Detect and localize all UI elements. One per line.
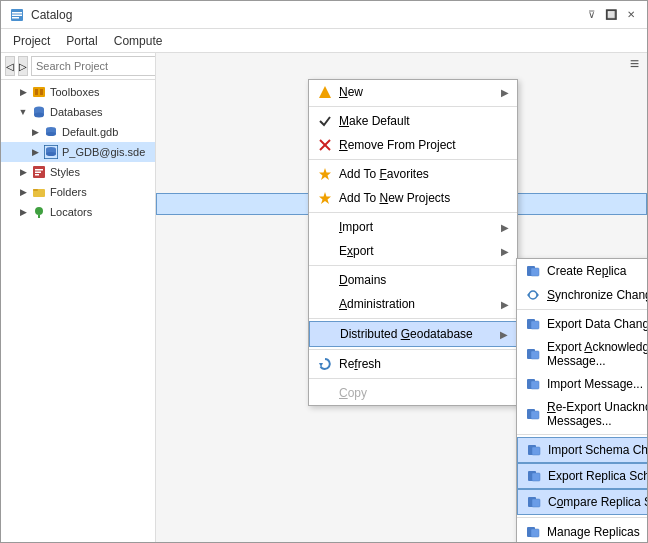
remove-icon	[317, 137, 333, 153]
ctx-add-new-projects-label: Add To New Projects	[339, 191, 509, 205]
menu-project[interactable]: Project	[5, 32, 58, 50]
expand-styles[interactable]: ▶	[17, 166, 29, 178]
pin-button[interactable]: ⊽	[583, 7, 599, 23]
ctx-refresh-label: Refresh	[339, 357, 509, 371]
back-button[interactable]: ◁	[5, 56, 15, 76]
expand-databases[interactable]: ▼	[17, 106, 29, 118]
ctx-import-message[interactable]: Import Message...	[517, 372, 647, 396]
tree-container: ▶ Toolboxes ▼ Databases ▶	[1, 80, 155, 224]
svg-rect-19	[35, 172, 41, 174]
catalog-window: Catalog ⊽ 🔲 ✕ Project Portal Compute ◁ ▷…	[0, 0, 648, 543]
svg-marker-28	[319, 168, 331, 180]
ctx-remove-project[interactable]: Remove From Project	[309, 133, 517, 157]
expand-folders[interactable]: ▶	[17, 186, 29, 198]
ctx-administration[interactable]: Administration ▶	[309, 292, 517, 316]
ctx-export-replica-schema-label: Export Replica Schema...	[548, 469, 647, 483]
sep5	[309, 318, 517, 319]
forward-button[interactable]: ▷	[18, 56, 28, 76]
ctx-synchronize-label: Synchronize Changes	[547, 288, 647, 302]
sep7	[309, 378, 517, 379]
ctx-domains[interactable]: Domains	[309, 268, 517, 292]
sec-sep3	[517, 517, 647, 518]
svg-rect-20	[35, 174, 39, 176]
export-data-change-icon	[525, 316, 541, 332]
close-button[interactable]: ✕	[623, 7, 639, 23]
ctx-create-replica-label: Create Replica	[547, 264, 647, 278]
add-new-projects-icon	[317, 190, 333, 206]
ctx-export-data-change[interactable]: Export Data Change Message...	[517, 312, 647, 336]
synchronize-icon	[525, 287, 541, 303]
main-content: ≡ New ▶ Make D	[156, 53, 647, 542]
ctx-copy-label: Copy	[339, 386, 509, 400]
ctx-add-new-projects[interactable]: Add To New Projects	[309, 186, 517, 210]
ctx-make-default[interactable]: Make Default	[309, 109, 517, 133]
distributed-geodatabase-arrow: ▶	[500, 329, 508, 340]
ctx-import-schema[interactable]: Import Schema Changes...	[517, 437, 647, 463]
svg-rect-42	[531, 411, 539, 419]
ctx-export-ack[interactable]: Export Acknowledgement Message...	[517, 336, 647, 372]
tree-item-styles[interactable]: ▶ Styles	[1, 162, 155, 182]
dock-button[interactable]: 🔲	[603, 7, 619, 23]
expand-p-gdb-sde[interactable]: ▶	[29, 146, 41, 158]
ctx-compare-replica-schema-label: Compare Replica Schema...	[548, 495, 647, 509]
svg-rect-5	[35, 89, 38, 95]
create-replica-icon	[525, 263, 541, 279]
new-icon	[317, 84, 333, 100]
tree-item-locators[interactable]: ▶ Locators	[1, 202, 155, 222]
p-gdb-sde-label: P_GDB@gis.sde	[62, 146, 145, 158]
ctx-new[interactable]: New ▶	[309, 80, 517, 104]
search-input[interactable]	[31, 56, 156, 76]
content-area: ◁ ▷ 🔍 ▾ ▶ Toolboxes ▼	[1, 53, 647, 542]
svg-rect-50	[531, 529, 539, 537]
ctx-import-label: Import	[339, 220, 495, 234]
title-bar-left: Catalog	[9, 7, 72, 23]
ctx-export-ack-label: Export Acknowledgement Message...	[547, 340, 647, 368]
title-bar: Catalog ⊽ 🔲 ✕	[1, 1, 647, 29]
default-gdb-label: Default.gdb	[62, 126, 118, 138]
svg-marker-25	[319, 86, 331, 98]
svg-rect-40	[531, 381, 539, 389]
expand-default-gdb[interactable]: ▶	[29, 126, 41, 138]
tree-item-p-gdb-sde[interactable]: ▶ P_GDB@gis.sde	[1, 142, 155, 162]
expand-toolboxes[interactable]: ▶	[17, 86, 29, 98]
ctx-export[interactable]: Export ▶	[309, 239, 517, 263]
menu-portal[interactable]: Portal	[58, 32, 105, 50]
ctx-export-data-change-label: Export Data Change Message...	[547, 317, 647, 331]
domains-icon	[317, 272, 333, 288]
ctx-add-favorites[interactable]: Add To Favorites	[309, 162, 517, 186]
tree-item-toolboxes[interactable]: ▶ Toolboxes	[1, 82, 155, 102]
tree-item-default-gdb[interactable]: ▶ Default.gdb	[1, 122, 155, 142]
svg-rect-18	[35, 169, 43, 171]
ctx-refresh[interactable]: Refresh	[309, 352, 517, 376]
svg-rect-2	[12, 14, 22, 16]
import-schema-icon	[526, 442, 542, 458]
ctx-create-replica[interactable]: Create Replica	[517, 259, 647, 283]
ctx-compare-replica-schema[interactable]: Compare Replica Schema...	[517, 489, 647, 515]
sep2	[309, 159, 517, 160]
svg-rect-36	[531, 321, 539, 329]
search-bar: ◁ ▷ 🔍 ▾	[1, 53, 155, 80]
sec-sep2	[517, 434, 647, 435]
ctx-synchronize[interactable]: Synchronize Changes	[517, 283, 647, 307]
menu-compute[interactable]: Compute	[106, 32, 171, 50]
expand-locators[interactable]: ▶	[17, 206, 29, 218]
styles-icon	[31, 164, 47, 180]
ctx-re-export[interactable]: Re-Export Unacknowledged Messages...	[517, 396, 647, 432]
window-title: Catalog	[31, 8, 72, 22]
make-default-icon	[317, 113, 333, 129]
svg-rect-1	[12, 12, 22, 14]
svg-rect-22	[33, 189, 38, 191]
ctx-manage-replicas[interactable]: Manage Replicas	[517, 520, 647, 542]
ctx-export-replica-schema[interactable]: Export Replica Schema...	[517, 463, 647, 489]
administration-arrow: ▶	[501, 299, 509, 310]
sep4	[309, 265, 517, 266]
tree-item-folders[interactable]: ▶ Folders	[1, 182, 155, 202]
p-gdb-sde-icon	[43, 144, 59, 160]
manage-replicas-icon	[525, 524, 541, 540]
ctx-distributed-geodatabase[interactable]: Distributed Geodatabase ▶	[309, 321, 517, 347]
catalog-icon	[9, 7, 25, 23]
tree-item-databases[interactable]: ▼ Databases	[1, 102, 155, 122]
hamburger-menu[interactable]: ≡	[630, 55, 639, 73]
ctx-import[interactable]: Import ▶	[309, 215, 517, 239]
ctx-re-export-label: Re-Export Unacknowledged Messages...	[547, 400, 647, 428]
